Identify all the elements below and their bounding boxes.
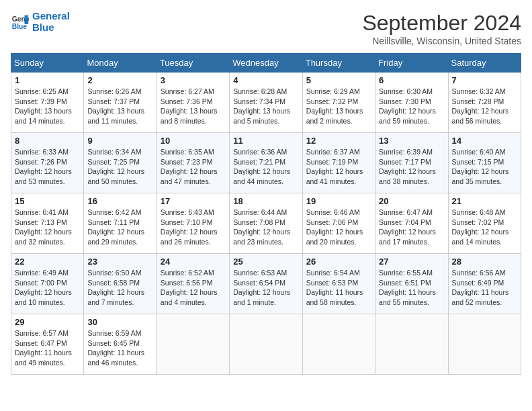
- day-cell: 10Sunrise: 6:35 AMSunset: 7:23 PMDayligh…: [157, 133, 229, 193]
- day-number: 14: [452, 136, 517, 146]
- day-number: 26: [306, 257, 371, 267]
- day-info: Sunrise: 6:56 AMSunset: 6:49 PMDaylight:…: [452, 268, 517, 308]
- day-info: Sunrise: 6:39 AMSunset: 7:17 PMDaylight:…: [379, 147, 444, 187]
- day-cell: 20Sunrise: 6:47 AMSunset: 7:04 PMDayligh…: [375, 193, 448, 254]
- day-info: Sunrise: 6:40 AMSunset: 7:15 PMDaylight:…: [452, 147, 517, 187]
- day-info: Sunrise: 6:49 AMSunset: 7:00 PMDaylight:…: [15, 268, 80, 308]
- day-info: Sunrise: 6:25 AMSunset: 7:39 PMDaylight:…: [15, 87, 80, 126]
- day-info: Sunrise: 6:26 AMSunset: 7:37 PMDaylight:…: [87, 87, 152, 126]
- day-cell: 23Sunrise: 6:50 AMSunset: 6:58 PMDayligh…: [84, 254, 157, 314]
- weekday-header-wednesday: Wednesday: [230, 54, 302, 73]
- weekday-header-saturday: Saturday: [448, 54, 521, 73]
- logo-text: General Blue: [32, 11, 70, 33]
- day-cell: 24Sunrise: 6:52 AMSunset: 6:56 PMDayligh…: [157, 254, 229, 314]
- day-info: Sunrise: 6:55 AMSunset: 6:51 PMDaylight:…: [379, 268, 444, 308]
- weekday-header-friday: Friday: [375, 54, 448, 73]
- day-info: Sunrise: 6:32 AMSunset: 7:28 PMDaylight:…: [452, 87, 517, 126]
- day-cell: [448, 314, 521, 375]
- day-number: 2: [87, 75, 152, 85]
- day-number: 20: [379, 196, 444, 206]
- day-cell: 18Sunrise: 6:44 AMSunset: 7:08 PMDayligh…: [230, 193, 302, 254]
- day-info: Sunrise: 6:36 AMSunset: 7:21 PMDaylight:…: [233, 147, 298, 187]
- svg-text:Blue: Blue: [12, 23, 28, 30]
- day-number: 19: [306, 196, 371, 206]
- day-cell: 22Sunrise: 6:49 AMSunset: 7:00 PMDayligh…: [11, 254, 84, 314]
- day-cell: 7Sunrise: 6:32 AMSunset: 7:28 PMDaylight…: [448, 73, 521, 133]
- day-cell: [157, 314, 229, 375]
- day-cell: [302, 314, 375, 375]
- day-number: 8: [15, 136, 80, 146]
- day-cell: 28Sunrise: 6:56 AMSunset: 6:49 PMDayligh…: [448, 254, 521, 314]
- day-info: Sunrise: 6:59 AMSunset: 6:45 PMDaylight:…: [87, 328, 152, 368]
- day-cell: 13Sunrise: 6:39 AMSunset: 7:17 PMDayligh…: [375, 133, 448, 193]
- day-info: Sunrise: 6:50 AMSunset: 6:58 PMDaylight:…: [87, 268, 152, 308]
- week-row-4: 22Sunrise: 6:49 AMSunset: 7:00 PMDayligh…: [11, 254, 521, 314]
- day-info: Sunrise: 6:35 AMSunset: 7:23 PMDaylight:…: [161, 147, 226, 187]
- week-row-5: 29Sunrise: 6:57 AMSunset: 6:47 PMDayligh…: [11, 314, 521, 375]
- day-number: 27: [379, 257, 444, 267]
- weekday-header-tuesday: Tuesday: [157, 54, 229, 73]
- day-cell: 12Sunrise: 6:37 AMSunset: 7:19 PMDayligh…: [302, 133, 375, 193]
- day-info: Sunrise: 6:29 AMSunset: 7:32 PMDaylight:…: [306, 87, 371, 126]
- day-cell: 4Sunrise: 6:28 AMSunset: 7:34 PMDaylight…: [230, 73, 302, 133]
- weekday-header-monday: Monday: [84, 54, 157, 73]
- day-cell: 27Sunrise: 6:55 AMSunset: 6:51 PMDayligh…: [375, 254, 448, 314]
- day-info: Sunrise: 6:48 AMSunset: 7:02 PMDaylight:…: [452, 208, 517, 247]
- day-info: Sunrise: 6:37 AMSunset: 7:19 PMDaylight:…: [306, 147, 371, 187]
- day-info: Sunrise: 6:43 AMSunset: 7:10 PMDaylight:…: [161, 208, 226, 247]
- month-title: September 2024: [362, 11, 521, 36]
- day-number: 15: [15, 196, 80, 206]
- day-info: Sunrise: 6:47 AMSunset: 7:04 PMDaylight:…: [379, 208, 444, 247]
- calendar-table: SundayMondayTuesdayWednesdayThursdayFrid…: [11, 53, 521, 375]
- day-cell: 15Sunrise: 6:41 AMSunset: 7:13 PMDayligh…: [11, 193, 84, 254]
- day-cell: 25Sunrise: 6:53 AMSunset: 6:54 PMDayligh…: [230, 254, 302, 314]
- day-info: Sunrise: 6:27 AMSunset: 7:36 PMDaylight:…: [161, 87, 226, 126]
- day-number: 30: [87, 317, 152, 327]
- day-number: 25: [233, 257, 298, 267]
- day-cell: 14Sunrise: 6:40 AMSunset: 7:15 PMDayligh…: [448, 133, 521, 193]
- day-number: 16: [87, 196, 152, 206]
- day-info: Sunrise: 6:54 AMSunset: 6:53 PMDaylight:…: [306, 268, 371, 308]
- day-info: Sunrise: 6:44 AMSunset: 7:08 PMDaylight:…: [233, 208, 298, 247]
- day-cell: 11Sunrise: 6:36 AMSunset: 7:21 PMDayligh…: [230, 133, 302, 193]
- day-info: Sunrise: 6:34 AMSunset: 7:25 PMDaylight:…: [87, 147, 152, 187]
- weekday-header-thursday: Thursday: [302, 54, 375, 73]
- day-info: Sunrise: 6:53 AMSunset: 6:54 PMDaylight:…: [233, 268, 298, 308]
- day-number: 23: [87, 257, 152, 267]
- day-number: 3: [161, 75, 226, 85]
- day-cell: 30Sunrise: 6:59 AMSunset: 6:45 PMDayligh…: [84, 314, 157, 375]
- weekday-header-sunday: Sunday: [11, 54, 84, 73]
- day-info: Sunrise: 6:28 AMSunset: 7:34 PMDaylight:…: [233, 87, 298, 126]
- day-info: Sunrise: 6:52 AMSunset: 6:56 PMDaylight:…: [161, 268, 226, 308]
- day-number: 11: [233, 136, 298, 146]
- day-number: 9: [87, 136, 152, 146]
- day-info: Sunrise: 6:42 AMSunset: 7:11 PMDaylight:…: [87, 208, 152, 247]
- weekday-header-row: SundayMondayTuesdayWednesdayThursdayFrid…: [11, 54, 521, 73]
- day-number: 1: [15, 75, 80, 85]
- day-cell: 1Sunrise: 6:25 AMSunset: 7:39 PMDaylight…: [11, 73, 84, 133]
- day-number: 13: [379, 136, 444, 146]
- day-cell: 21Sunrise: 6:48 AMSunset: 7:02 PMDayligh…: [448, 193, 521, 254]
- day-number: 21: [452, 196, 517, 206]
- day-info: Sunrise: 6:30 AMSunset: 7:30 PMDaylight:…: [379, 87, 444, 126]
- week-row-1: 1Sunrise: 6:25 AMSunset: 7:39 PMDaylight…: [11, 73, 521, 133]
- page-header: General Blue General Blue September 2024…: [11, 11, 521, 46]
- day-number: 22: [15, 257, 80, 267]
- day-cell: 6Sunrise: 6:30 AMSunset: 7:30 PMDaylight…: [375, 73, 448, 133]
- day-number: 6: [379, 75, 444, 85]
- day-number: 18: [233, 196, 298, 206]
- day-number: 12: [306, 136, 371, 146]
- day-cell: 19Sunrise: 6:46 AMSunset: 7:06 PMDayligh…: [302, 193, 375, 254]
- day-cell: 2Sunrise: 6:26 AMSunset: 7:37 PMDaylight…: [84, 73, 157, 133]
- day-cell: 8Sunrise: 6:33 AMSunset: 7:26 PMDaylight…: [11, 133, 84, 193]
- day-cell: 3Sunrise: 6:27 AMSunset: 7:36 PMDaylight…: [157, 73, 229, 133]
- day-info: Sunrise: 6:46 AMSunset: 7:06 PMDaylight:…: [306, 208, 371, 247]
- day-number: 5: [306, 75, 371, 85]
- day-cell: 5Sunrise: 6:29 AMSunset: 7:32 PMDaylight…: [302, 73, 375, 133]
- week-row-2: 8Sunrise: 6:33 AMSunset: 7:26 PMDaylight…: [11, 133, 521, 193]
- day-number: 28: [452, 257, 517, 267]
- day-cell: 17Sunrise: 6:43 AMSunset: 7:10 PMDayligh…: [157, 193, 229, 254]
- day-cell: 9Sunrise: 6:34 AMSunset: 7:25 PMDaylight…: [84, 133, 157, 193]
- day-cell: [230, 314, 302, 375]
- day-number: 29: [15, 317, 80, 327]
